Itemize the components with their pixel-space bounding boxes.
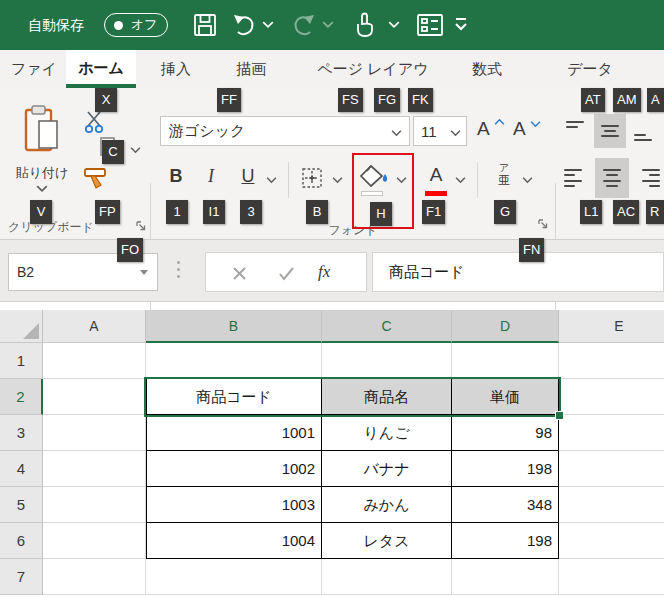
formula-input[interactable]: 商品コード: [372, 252, 664, 292]
column-header-E[interactable]: E: [559, 310, 664, 343]
cell-D4[interactable]: 198: [452, 451, 559, 487]
cell-C7[interactable]: [322, 559, 452, 595]
cell-B7[interactable]: [146, 559, 322, 595]
paste-button-label[interactable]: 貼り付け: [6, 164, 78, 182]
clipboard-dialog-launcher-icon[interactable]: [135, 220, 147, 232]
borders-icon[interactable]: [300, 166, 324, 190]
row-header-6[interactable]: 6: [0, 523, 43, 559]
cell-A2[interactable]: [43, 379, 146, 415]
undo-icon[interactable]: [232, 12, 256, 38]
touch-mode-dropdown-icon[interactable]: [388, 20, 400, 29]
insert-function-button[interactable]: fx: [318, 253, 330, 291]
align-middle-icon[interactable]: [594, 114, 626, 148]
cell-A5[interactable]: [43, 487, 146, 523]
row-header-5[interactable]: 5: [0, 487, 43, 523]
cell-D7[interactable]: [452, 559, 559, 595]
cell-D1[interactable]: [452, 343, 559, 379]
cell-D2[interactable]: 単価: [452, 379, 559, 415]
cell-C6[interactable]: レタス: [322, 523, 452, 559]
cell-E1[interactable]: [559, 343, 664, 379]
formula-bar-resizer[interactable]: [177, 259, 180, 280]
align-center-icon[interactable]: [595, 158, 629, 198]
name-box-dropdown-icon[interactable]: [139, 269, 149, 276]
cell-A4[interactable]: [43, 451, 146, 487]
select-all-corner[interactable]: [0, 310, 43, 343]
qat-customize-icon[interactable]: [452, 16, 470, 33]
row-header-7[interactable]: 7: [0, 559, 43, 595]
font-color-button[interactable]: A: [424, 164, 448, 186]
cell-D3[interactable]: 98: [452, 415, 559, 451]
tab-insert[interactable]: 挿入: [148, 50, 204, 88]
cell-D5[interactable]: 348: [452, 487, 559, 523]
undo-dropdown-icon[interactable]: [262, 20, 274, 29]
phonetic-guide-button[interactable]: ア 亜: [492, 162, 516, 196]
column-header-A[interactable]: A: [43, 310, 146, 343]
grow-font-button[interactable]: A: [477, 118, 509, 148]
cell-E4[interactable]: [559, 451, 664, 487]
cell-E3[interactable]: [559, 415, 664, 451]
align-top-icon[interactable]: [562, 116, 590, 146]
cell-A3[interactable]: [43, 415, 146, 451]
cell-D6[interactable]: 198: [452, 523, 559, 559]
touch-mode-icon[interactable]: [352, 11, 378, 39]
font-dialog-launcher-icon[interactable]: [537, 218, 549, 230]
cell-B2-active[interactable]: 商品コード: [146, 379, 322, 415]
shrink-font-button[interactable]: A: [513, 118, 545, 148]
tab-home[interactable]: ホーム: [66, 50, 136, 88]
row-header-4[interactable]: 4: [0, 451, 43, 487]
tab-page-layout[interactable]: ページ レイアウト: [312, 50, 434, 88]
fill-color-icon[interactable]: [358, 164, 390, 190]
font-size-dropdown-icon[interactable]: [450, 129, 461, 137]
row-header-2[interactable]: 2: [0, 379, 43, 415]
cell-E2[interactable]: [559, 379, 664, 415]
autosave-toggle[interactable]: オフ: [104, 13, 168, 37]
tab-formulas[interactable]: 数式: [452, 50, 522, 88]
format-painter-icon[interactable]: [82, 166, 110, 192]
bold-button[interactable]: B: [164, 166, 188, 187]
cell-B4[interactable]: 1002: [146, 451, 322, 487]
cell-A6[interactable]: [43, 523, 146, 559]
ribbon-display-icon[interactable]: [416, 13, 444, 37]
cell-E6[interactable]: [559, 523, 664, 559]
cell-C4[interactable]: バナナ: [322, 451, 452, 487]
borders-dropdown-icon[interactable]: [332, 176, 343, 184]
cell-A1[interactable]: [43, 343, 146, 379]
align-left-icon[interactable]: [560, 160, 590, 196]
cell-B5[interactable]: 1003: [146, 487, 322, 523]
cell-A7[interactable]: [43, 559, 146, 595]
cell-C3[interactable]: りんご: [322, 415, 452, 451]
column-header-C[interactable]: C: [322, 310, 452, 343]
tab-file[interactable]: ファイル: [5, 50, 63, 88]
row-header-3[interactable]: 3: [0, 415, 43, 451]
cell-C2[interactable]: 商品名: [322, 379, 452, 415]
font-size-combo[interactable]: 11: [413, 116, 467, 146]
font-color-dropdown-icon[interactable]: [455, 176, 466, 184]
fill-color-dropdown-icon[interactable]: [396, 176, 407, 184]
tab-draw[interactable]: 描画: [220, 50, 282, 88]
italic-button[interactable]: I: [199, 166, 223, 187]
align-bottom-icon[interactable]: [630, 116, 658, 146]
cell-E5[interactable]: [559, 487, 664, 523]
cell-C5[interactable]: みかん: [322, 487, 452, 523]
paste-dropdown-icon[interactable]: [36, 184, 48, 193]
font-name-dropdown-icon[interactable]: [391, 129, 402, 137]
column-header-B[interactable]: B: [146, 310, 322, 343]
align-right-icon[interactable]: [634, 160, 664, 196]
phonetic-dropdown-icon[interactable]: [522, 176, 533, 184]
cell-C1[interactable]: [322, 343, 452, 379]
selection-fill-handle[interactable]: [555, 411, 564, 420]
row-header-1[interactable]: 1: [0, 343, 43, 379]
cell-B6[interactable]: 1004: [146, 523, 322, 559]
cell-B3[interactable]: 1001: [146, 415, 322, 451]
cut-icon[interactable]: [82, 110, 108, 134]
cell-E7[interactable]: [559, 559, 664, 595]
font-name-combo[interactable]: 游ゴシック: [160, 116, 410, 146]
cell-B1[interactable]: [146, 343, 322, 379]
paste-icon[interactable]: [22, 104, 62, 156]
underline-dropdown-icon[interactable]: [266, 176, 277, 184]
column-header-D[interactable]: D: [452, 310, 559, 343]
save-icon[interactable]: [192, 12, 218, 38]
tab-data[interactable]: データ: [542, 50, 638, 88]
copy-dropdown-icon[interactable]: [130, 146, 141, 154]
underline-button[interactable]: U: [236, 166, 260, 187]
